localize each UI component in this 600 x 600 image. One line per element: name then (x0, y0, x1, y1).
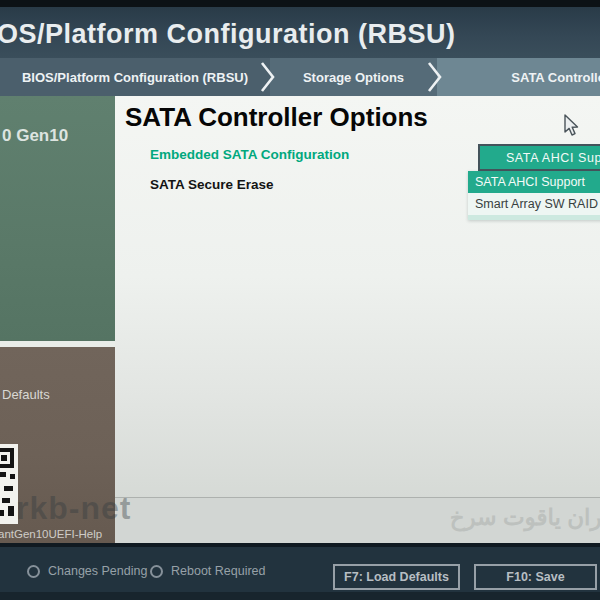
breadcrumb-item-bios-platform[interactable]: BIOS/Platform Configuration (RBSU) (0, 58, 270, 96)
rbsu-screen: OS/Platform Configuration (RBSU) BIOS/Pl… (0, 0, 600, 600)
mouse-cursor-icon (563, 114, 580, 138)
defaults-label: Defaults (2, 387, 50, 402)
status-ring-icon (27, 565, 40, 578)
changes-pending-indicator: Changes Pending (27, 564, 147, 578)
uefi-help-label: antGen10UEFI-Help (0, 528, 102, 540)
server-model-label: 0 Gen10 (2, 126, 68, 146)
save-button[interactable]: F10: Save (474, 564, 597, 590)
title-bar: OS/Platform Configuration (RBSU) (0, 7, 600, 58)
dropdown-option-sata-ahci[interactable]: SATA AHCI Support (468, 171, 600, 193)
status-bar: Changes Pending Reboot Required F7: Load… (0, 543, 600, 600)
breadcrumb-item-storage-options[interactable]: Storage Options (270, 58, 437, 96)
selected-value: SATA AHCI Support (506, 151, 600, 165)
field-embedded-sata-configuration[interactable]: Embedded SATA Configuration (150, 147, 349, 162)
bottom-edge-strip (0, 592, 600, 600)
section-heading: SATA Controller Options (125, 102, 428, 133)
status-ring-icon (150, 565, 163, 578)
dropdown-option-smart-array[interactable]: Smart Array SW RAID (468, 193, 600, 215)
chevron-right-icon (260, 62, 276, 92)
breadcrumb-item-sata-controller[interactable]: SATA Controller Options (437, 58, 600, 96)
latin-watermark: rkb-net (16, 490, 131, 527)
breadcrumb: BIOS/Platform Configuration (RBSU) Stora… (0, 58, 600, 96)
top-edge-strip (0, 0, 600, 7)
persian-watermark: ایران یاقوت سرخ (450, 504, 600, 531)
field-sata-secure-erase[interactable]: SATA Secure Erase (150, 177, 274, 192)
footer-strip: ایران یاقوت سرخ (115, 497, 600, 543)
reboot-required-indicator: Reboot Required (150, 564, 266, 578)
page-title: OS/Platform Configuration (RBSU) (0, 19, 455, 50)
sidebar-server-panel: 0 Gen10 (0, 96, 115, 341)
sata-config-dropdown-list: SATA AHCI Support Smart Array SW RAID (468, 171, 600, 220)
sata-config-select[interactable]: SATA AHCI Support (478, 144, 600, 171)
load-defaults-button[interactable]: F7: Load Defaults (333, 564, 460, 590)
chevron-right-icon (427, 62, 443, 92)
